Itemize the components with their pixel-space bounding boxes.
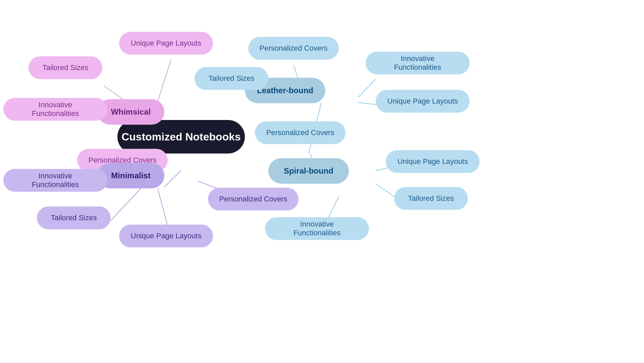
minimalist-node[interactable]: Minimalist (97, 163, 164, 188)
unique-page-layouts-leather[interactable]: Unique Page Layouts (376, 90, 470, 113)
innovative-func-minimalist[interactable]: Innovative Functionalities (3, 169, 107, 192)
center-node: Customized Notebooks (117, 120, 245, 154)
unique-page-layouts-spiral[interactable]: Unique Page Layouts (386, 150, 480, 173)
personalized-covers-spiral[interactable]: Personalized Covers (255, 121, 345, 144)
spiral-bound-node[interactable]: Spiral-bound (268, 158, 349, 184)
tailored-sizes-leather[interactable]: Tailored Sizes (195, 67, 268, 90)
tailored-sizes-whimsical[interactable]: Tailored Sizes (29, 56, 102, 79)
personalized-covers-leather[interactable]: Personalized Covers (248, 37, 339, 60)
svg-line-5 (164, 170, 181, 187)
whimsical-node[interactable]: Whimsical (97, 99, 164, 125)
innovative-func-whimsical[interactable]: Innovative Functionalities (3, 98, 107, 121)
svg-line-7 (111, 188, 141, 221)
unique-page-layouts-minimalist[interactable]: Unique Page Layouts (119, 225, 213, 247)
personalized-covers-minimalist[interactable]: Personalized Covers (208, 188, 299, 210)
innovative-func-leather[interactable]: Innovative Functionalities (366, 52, 470, 74)
unique-page-layouts-whimsical[interactable]: Unique Page Layouts (119, 32, 213, 55)
innovative-func-spiral[interactable]: Innovative Functionalities (265, 217, 369, 240)
svg-line-13 (358, 79, 376, 97)
tailored-sizes-spiral[interactable]: Tailored Sizes (394, 187, 468, 210)
tailored-sizes-minimalist[interactable]: Tailored Sizes (37, 206, 111, 229)
